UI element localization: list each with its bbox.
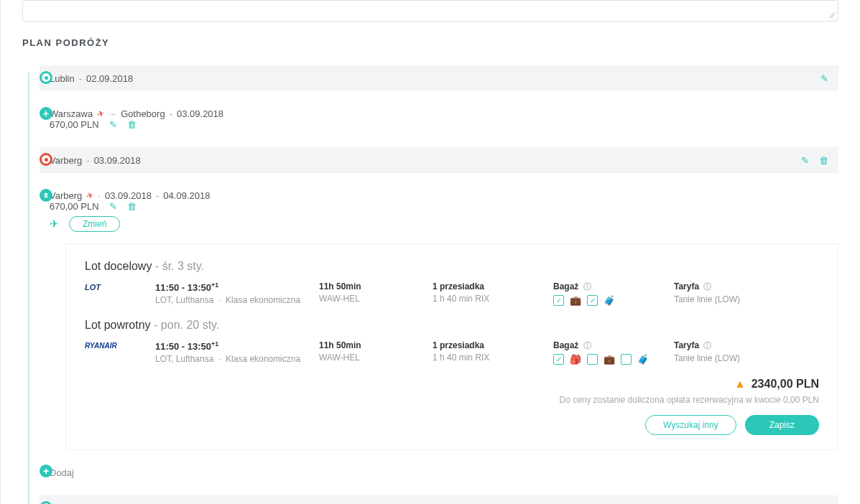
outbound-heading: Lot docelowy - śr. 3 sty. — [85, 260, 819, 273]
timeline-add: + Dodaj — [40, 463, 838, 482]
plane-node-icon — [40, 107, 52, 120]
baggage-checkbox[interactable]: ✓ — [553, 295, 564, 306]
tariff-heading: Taryfa ⓘ — [674, 340, 819, 351]
info-icon[interactable]: ⓘ — [583, 282, 591, 291]
edit-icon[interactable]: ✎ — [109, 119, 117, 130]
carriers-class: LOT, Lufthansa · Klasa ekonomiczna — [155, 295, 313, 305]
info-icon[interactable]: ⓘ — [703, 282, 711, 291]
warning-icon: ▲ — [734, 378, 746, 391]
stops-detail: 1 h 40 min RIX — [433, 353, 547, 363]
baggage-checkbox[interactable]: ✓ — [621, 354, 632, 365]
add-label[interactable]: Dodaj — [50, 467, 74, 478]
airline-logo-ryanair: RYANAIR — [85, 342, 149, 350]
flight-times: 11:50 - 13:50+1 — [155, 340, 313, 352]
date-to-label: 04.09.2018 — [163, 190, 210, 201]
carriers-class: LOT, Lufthansa · Klasa ekonomiczna — [155, 354, 313, 364]
flight-details-card: Lot docelowy - śr. 3 sty. LOT 11:50 - 13… — [65, 243, 838, 450]
flight-times: 11:50 - 13:50+1 — [155, 281, 313, 293]
info-icon[interactable]: ⓘ — [703, 341, 711, 350]
timeline-item-start: Lublin - 02.09.2018 ✎ — [40, 65, 838, 91]
baggage-checkbox[interactable]: ✓ — [553, 354, 564, 365]
separator: - — [156, 190, 159, 201]
date-label: 03.09.2018 — [177, 108, 223, 119]
timeline-item-stop: Varberg - 03.09.2018 ✎ 🗑 — [40, 147, 838, 173]
timeline-item-flight: Warszawa ✈ → Gotheborg - 03.09.2018 670,… — [40, 104, 838, 134]
city-label: Lublin — [50, 73, 75, 84]
city-label: Varberg — [50, 155, 82, 166]
total-price: ▲ 2340,00 PLN — [85, 378, 819, 391]
stops: 1 przesiadka — [433, 281, 547, 291]
separator: · — [98, 190, 101, 201]
timeline-line — [28, 73, 29, 504]
outbound-row: LOT 11:50 - 13:50+1 LOT, Lufthansa · Kla… — [85, 281, 819, 306]
baggage-heading: Bagaż ⓘ — [553, 340, 668, 351]
delete-icon[interactable]: 🗑 — [819, 155, 828, 166]
stops-detail: 1 h 40 min RIX — [433, 294, 547, 304]
tariff-value: Tanie linie (LOW) — [674, 294, 819, 304]
tariff-value: Tanie linie (LOW) — [674, 353, 819, 363]
plane-small-icon: ✈ — [50, 218, 59, 230]
stops: 1 przesiadka — [433, 340, 547, 350]
delete-icon[interactable]: 🗑 — [127, 201, 137, 212]
return-row: RYANAIR 11:50 - 13:50+1 LOT, Lufthansa ·… — [85, 340, 819, 365]
return-heading: Lot powrotny - pon. 20 sty. — [85, 319, 819, 332]
from-label: Warszawa — [50, 108, 93, 119]
save-button[interactable]: Zapisz — [745, 415, 819, 435]
info-icon[interactable]: ⓘ — [583, 341, 591, 350]
price-label: 670,00 PLN — [50, 201, 99, 212]
arrow-icon: → — [108, 110, 116, 118]
edit-icon[interactable]: ✎ — [820, 73, 828, 84]
suitcase-icon: 🧳 — [637, 354, 649, 365]
to-label: Gotheborg — [121, 108, 165, 119]
price-label: 670,00 PLN — [50, 119, 99, 130]
separator: - — [86, 155, 89, 166]
plane-arrow-icon: ✈ — [96, 108, 106, 120]
bag-small-icon: 🎒 — [570, 354, 581, 365]
plus-icon[interactable]: + — [40, 465, 52, 477]
plane-arrow-icon: ✈ — [85, 190, 95, 202]
briefcase-icon: 💼 — [604, 354, 615, 365]
duration: 11h 50min — [319, 340, 427, 350]
change-button[interactable]: Zmień — [69, 216, 120, 232]
city-label: Varberg — [50, 190, 82, 201]
separator: - — [170, 108, 172, 119]
route: WAW-HEL — [319, 294, 427, 304]
pin-red-icon — [40, 153, 52, 166]
baggage-checkbox[interactable]: ✓ — [587, 354, 598, 365]
travel-timeline: Lublin - 02.09.2018 ✎ Warszawa ✈ → Gothe… — [22, 65, 838, 504]
suitcase-icon: 🧳 — [604, 295, 615, 306]
edit-icon[interactable]: ✎ — [109, 201, 117, 212]
tariff-heading: Taryfa ⓘ — [674, 281, 819, 292]
timeline-item-end: Lublin - 05.09.2018 ✎ — [40, 495, 838, 504]
section-title: PLAN PODRÓŻY — [22, 37, 838, 48]
date-label: 02.09.2018 — [86, 73, 133, 84]
reservation-fee-note: Do ceny zostanie doliczona opłata rezerw… — [85, 395, 819, 405]
notes-textarea[interactable] — [22, 0, 838, 22]
separator: - — [79, 73, 82, 84]
baggage-heading: Bagaż ⓘ — [553, 281, 668, 292]
duration: 11h 50min — [319, 281, 427, 291]
briefcase-icon: 💼 — [570, 295, 581, 306]
edit-icon[interactable]: ✎ — [801, 155, 809, 166]
route: WAW-HEL — [319, 353, 427, 363]
delete-icon[interactable]: 🗑 — [127, 119, 137, 130]
hotel-node-icon — [40, 189, 52, 202]
search-other-button[interactable]: Wyszukaj inny — [645, 415, 736, 435]
date-label: 03.09.2018 — [94, 155, 141, 166]
baggage-checkbox[interactable]: ✓ — [587, 295, 598, 306]
airline-logo-lot: LOT — [85, 283, 149, 291]
pin-icon — [40, 71, 52, 84]
timeline-item-hotel: Varberg ✈ · 03.09.2018 - 04.09.2018 670,… — [40, 186, 838, 450]
date-from-label: 03.09.2018 — [105, 190, 152, 201]
